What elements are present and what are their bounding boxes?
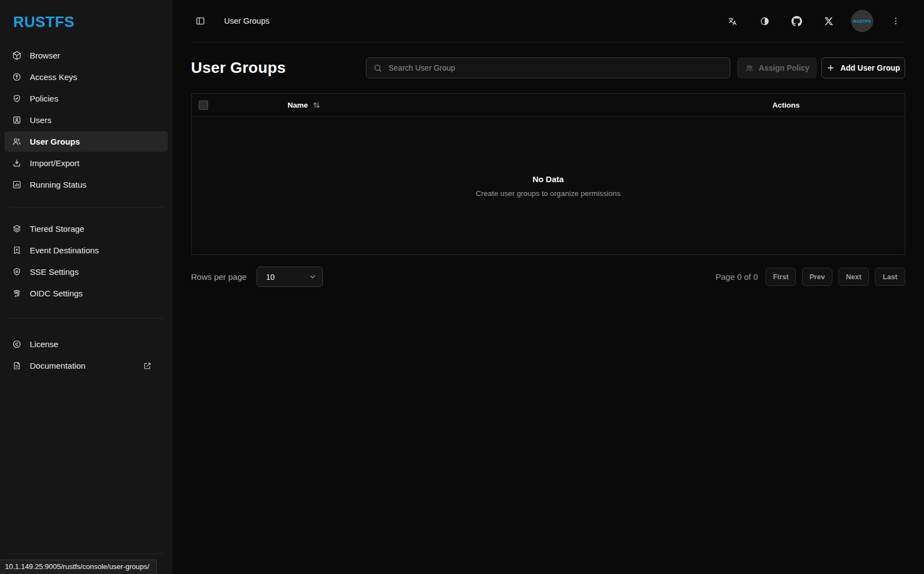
- key-circle-icon: [12, 72, 22, 82]
- table-header-row: Name Actions: [192, 94, 905, 117]
- translate-icon: [727, 16, 738, 26]
- bookmark-star-icon: [12, 246, 22, 255]
- sidebar-item-label: Running Status: [30, 180, 87, 189]
- x-twitter-icon: [824, 17, 833, 26]
- breadcrumb: User Groups: [224, 17, 269, 25]
- sidebar-item-label: Event Destinations: [30, 246, 99, 255]
- sidebar-item-browser[interactable]: Browser: [4, 45, 168, 66]
- select-all-cell: [192, 100, 216, 110]
- sidebar-item-label: SSE Settings: [30, 267, 78, 277]
- empty-state-subtitle: Create user groups to organize permissio…: [476, 189, 620, 198]
- browser-status-url: 10.1.149.25:9005/rustfs/console/user-gro…: [0, 560, 157, 574]
- sidebar-item-label: Tiered Storage: [30, 224, 84, 233]
- sidebar-item-import-export[interactable]: Import/Export: [4, 153, 168, 173]
- assign-policy-button[interactable]: Assign Policy: [737, 57, 817, 78]
- sidebar-item-access-keys[interactable]: Access Keys: [4, 67, 168, 87]
- sidebar-divider: [9, 207, 163, 208]
- assign-policy-label: Assign Policy: [759, 63, 810, 72]
- github-icon: [792, 16, 802, 26]
- add-user-group-label: Add User Group: [840, 63, 900, 72]
- search-input[interactable]: [387, 63, 723, 73]
- actions-column-header: Actions: [667, 101, 905, 109]
- first-page-button[interactable]: First: [766, 268, 796, 286]
- sidebar-item-documentation[interactable]: Documentation: [4, 355, 168, 376]
- fingerprint-icon: [12, 289, 22, 298]
- page-size-value: 10: [266, 273, 309, 281]
- sidebar-item-label: Policies: [30, 94, 59, 103]
- more-menu-button[interactable]: [886, 12, 905, 30]
- select-all-checkbox[interactable]: [199, 100, 208, 110]
- main-area: User Groups RUSTFS User Groups A: [172, 0, 924, 574]
- app-window: RUSTFS Browser Access Keys Policies User…: [0, 0, 924, 574]
- page-header-row: User Groups Assign Policy Add User Group: [191, 52, 905, 83]
- language-button[interactable]: [723, 12, 742, 30]
- sidebar-item-label: Access Keys: [30, 72, 77, 82]
- add-user-group-button[interactable]: Add User Group: [821, 57, 905, 78]
- sidebar-item-label: OIDC Settings: [30, 289, 83, 298]
- sidebar-item-event-destinations[interactable]: Event Destinations: [4, 240, 168, 261]
- sidebar-divider: [9, 318, 163, 318]
- sidebar-item-license[interactable]: License: [4, 334, 168, 354]
- rows-per-page: Rows per page 10: [191, 267, 323, 287]
- shield-check-icon: [12, 94, 22, 103]
- file-text-icon: [12, 361, 22, 370]
- external-link-icon: [143, 362, 152, 370]
- sidebar-item-label: User Groups: [30, 137, 80, 146]
- empty-state-title: No Data: [533, 174, 564, 184]
- sort-icon[interactable]: [312, 101, 321, 109]
- page-size-select[interactable]: 10: [257, 267, 323, 287]
- download-icon: [12, 158, 22, 168]
- sidebar-item-label: Users: [30, 115, 51, 125]
- sidebar-item-policies[interactable]: Policies: [4, 88, 168, 109]
- sidebar-item-tiered-storage[interactable]: Tiered Storage: [4, 219, 168, 239]
- plus-icon: [826, 63, 835, 72]
- table-empty-state: No Data Create user groups to organize p…: [192, 117, 905, 254]
- top-bar: User Groups RUSTFS: [191, 0, 905, 42]
- prev-page-button[interactable]: Prev: [802, 268, 832, 286]
- sidebar: RUSTFS Browser Access Keys Policies User…: [0, 0, 172, 574]
- contrast-icon: [760, 16, 770, 26]
- sidebar-item-user-groups[interactable]: User Groups: [4, 131, 168, 152]
- page-info: Page 0 of 0: [715, 272, 758, 281]
- sidebar-item-users[interactable]: Users: [4, 110, 168, 130]
- last-page-button[interactable]: Last: [875, 268, 905, 286]
- user-card-icon: [12, 115, 22, 125]
- sidebar-item-sse-settings[interactable]: SSE Settings: [4, 262, 168, 282]
- panel-left-icon: [195, 16, 205, 26]
- sidebar-item-oidc-settings[interactable]: OIDC Settings: [4, 283, 168, 304]
- theme-toggle-button[interactable]: [755, 12, 774, 30]
- sidebar-item-running-status[interactable]: Running Status: [4, 174, 168, 195]
- sidebar-footer-divider: [9, 554, 163, 554]
- search-icon: [373, 63, 383, 73]
- sidebar-item-label: Browser: [30, 51, 60, 60]
- sidebar-spacer: [0, 377, 172, 554]
- box-icon: [12, 51, 22, 60]
- x-twitter-button[interactable]: [819, 12, 838, 30]
- bar-chart-icon: [12, 180, 22, 189]
- pagination-bar: Rows per page 10 Page 0 of 0 First Prev …: [191, 267, 905, 287]
- sidebar-item-label: Documentation: [30, 361, 86, 370]
- name-column-header[interactable]: Name: [216, 101, 392, 109]
- sidebar-toggle-button[interactable]: [191, 12, 210, 30]
- pagination-controls: Page 0 of 0 First Prev Next Last: [715, 268, 905, 286]
- avatar[interactable]: RUSTFS: [851, 10, 873, 32]
- users-round-icon: [745, 63, 754, 73]
- top-bar-left: User Groups: [191, 12, 269, 30]
- copyright-icon: [12, 339, 22, 349]
- name-column-label: Name: [288, 101, 308, 109]
- layers-icon: [12, 224, 22, 233]
- next-page-button[interactable]: Next: [838, 268, 869, 286]
- page-actions: Assign Policy Add User Group: [366, 57, 905, 78]
- page-title: User Groups: [191, 59, 286, 77]
- sidebar-nav: Browser Access Keys Policies Users User …: [0, 45, 172, 377]
- chevron-down-icon: [309, 273, 317, 281]
- top-bar-right: RUSTFS: [723, 10, 905, 32]
- rows-per-page-label: Rows per page: [191, 272, 247, 281]
- sidebar-item-label: License: [30, 339, 59, 349]
- kebab-menu-icon: [891, 16, 901, 26]
- shield-lines-icon: [12, 267, 22, 277]
- github-button[interactable]: [787, 12, 806, 30]
- users-icon: [12, 137, 22, 146]
- search-box: [366, 57, 730, 78]
- user-groups-table: Name Actions No Data Create user groups …: [191, 93, 905, 255]
